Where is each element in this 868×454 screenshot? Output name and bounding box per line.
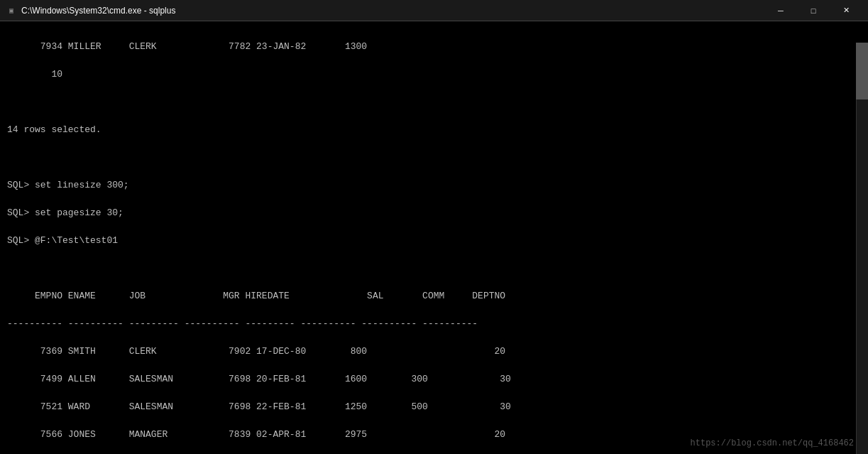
terminal-content: 7934 MILLER CLERK 7782 23-JAN-82 1300 10…	[0, 21, 856, 454]
cmd-icon: ▣	[6, 5, 17, 16]
title-bar: ▣ C:\Windows\System32\cmd.exe - sqlplus …	[0, 0, 868, 21]
maximize-button[interactable]: □	[797, 0, 830, 21]
col-headers: EMPNO ENAME JOB MGR HIREDATE SAL COMM DE…	[7, 289, 849, 303]
watermark: https://blog.csdn.net/qq_4168462	[691, 438, 854, 448]
cmd-script: SQL> @F:\Test\test01	[7, 234, 849, 248]
cmd-pagesize: SQL> set pagesize 30;	[7, 206, 849, 220]
data-row-1: 7369 SMITH CLERK 7902 17-DEC-80 800 20	[7, 345, 849, 359]
minimize-button[interactable]: ─	[764, 0, 797, 21]
window-controls: ─ □ ✕	[764, 0, 862, 21]
col-separator: ---------- ---------- --------- --------…	[7, 317, 849, 331]
data-row-2: 7499 ALLEN SALESMAN 7698 20-FEB-81 1600 …	[7, 372, 849, 387]
close-button[interactable]: ✕	[830, 0, 862, 21]
cmd-linesize: SQL> set linesize 300;	[7, 178, 849, 193]
rows-selected-1: 14 rows selected.	[7, 123, 849, 137]
scrollbar[interactable]	[856, 43, 868, 454]
top-row-2: 10	[7, 67, 849, 82]
window-title: C:\Windows\System32\cmd.exe - sqlplus	[21, 6, 764, 16]
scrollbar-thumb[interactable]	[856, 43, 868, 99]
data-row-3: 7521 WARD SALESMAN 7698 22-FEB-81 1250 5…	[7, 400, 849, 414]
top-row-1: 7934 MILLER CLERK 7782 23-JAN-82 1300	[7, 40, 849, 54]
